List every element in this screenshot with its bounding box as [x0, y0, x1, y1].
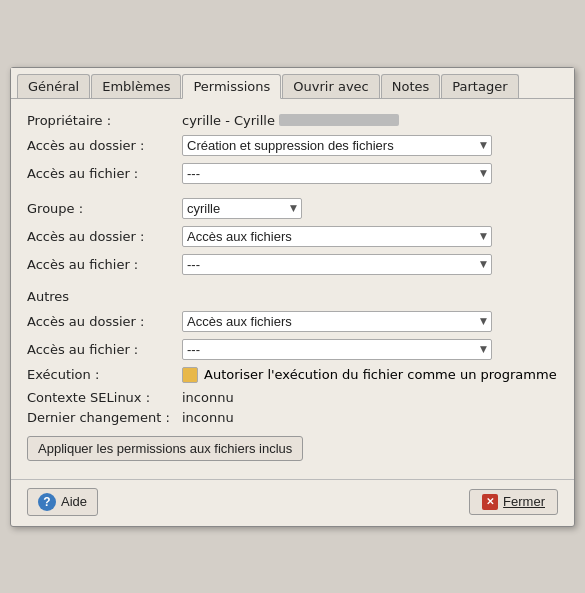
acces-fichier-label-1: Accès au fichier : — [27, 166, 182, 181]
tab-notes[interactable]: Notes — [381, 74, 441, 98]
changement-value: inconnu — [182, 410, 234, 425]
tab-bar: Général Emblèmes Permissions Ouvrir avec… — [11, 68, 574, 99]
acces-dossier-row-2: Accès au dossier : Accès aux fichiers --… — [27, 226, 558, 247]
close-button[interactable]: ✕ Fermer — [469, 489, 558, 515]
execution-checkbox-area: Autoriser l'exécution du fichier comme u… — [182, 367, 557, 383]
apply-permissions-button[interactable]: Appliquer les permissions aux fichiers i… — [27, 436, 303, 461]
selinux-row: Contexte SELinux : inconnu — [27, 390, 558, 405]
proprietaire-blurred — [279, 114, 399, 126]
groupe-row: Groupe : cyrille — [27, 198, 558, 219]
acces-dossier-row-1: Accès au dossier : Création et suppressi… — [27, 135, 558, 156]
acces-fichier-select-2[interactable]: --- Lecture/écriture Lecture seule — [182, 254, 492, 275]
execution-checkbox-label: Autoriser l'exécution du fichier comme u… — [204, 367, 557, 382]
acces-dossier-row-3: Accès au dossier : Accès aux fichiers --… — [27, 311, 558, 332]
acces-fichier-select-wrapper-1: --- Lecture/écriture Lecture seule — [182, 163, 492, 184]
tab-ouvrir[interactable]: Ouvrir avec — [282, 74, 379, 98]
groupe-label: Groupe : — [27, 201, 182, 216]
acces-dossier-select-2[interactable]: Accès aux fichiers --- — [182, 226, 492, 247]
acces-dossier-select-3[interactable]: Accès aux fichiers --- — [182, 311, 492, 332]
acces-fichier-label-2: Accès au fichier : — [27, 257, 182, 272]
autres-title: Autres — [27, 289, 558, 304]
help-button[interactable]: ? Aide — [27, 488, 98, 516]
acces-dossier-select-1[interactable]: Création et suppression des fichiers Acc… — [182, 135, 492, 156]
execution-row: Exécution : Autoriser l'exécution du fic… — [27, 367, 558, 383]
help-icon: ? — [38, 493, 56, 511]
tab-partager[interactable]: Partager — [441, 74, 518, 98]
close-icon: ✕ — [482, 494, 498, 510]
acces-fichier-row-3: Accès au fichier : --- Lecture/écriture … — [27, 339, 558, 360]
acces-dossier-select-wrapper-3: Accès aux fichiers --- — [182, 311, 492, 332]
bottom-bar: ? Aide ✕ Fermer — [11, 479, 574, 526]
proprietaire-label: Propriétaire : — [27, 113, 182, 128]
acces-fichier-select-3[interactable]: --- Lecture/écriture Lecture seule — [182, 339, 492, 360]
changement-label: Dernier changement : — [27, 410, 182, 425]
tab-emblemes[interactable]: Emblèmes — [91, 74, 181, 98]
execution-checkbox[interactable] — [182, 367, 198, 383]
acces-fichier-select-wrapper-2: --- Lecture/écriture Lecture seule — [182, 254, 492, 275]
acces-fichier-row-2: Accès au fichier : --- Lecture/écriture … — [27, 254, 558, 275]
help-button-label: Aide — [61, 494, 87, 509]
groupe-select[interactable]: cyrille — [182, 198, 302, 219]
permissions-content: Propriétaire : cyrille - Cyrille Accès a… — [11, 99, 574, 475]
acces-fichier-label-3: Accès au fichier : — [27, 342, 182, 357]
acces-dossier-label-3: Accès au dossier : — [27, 314, 182, 329]
acces-dossier-select-wrapper-1: Création et suppression des fichiers Acc… — [182, 135, 492, 156]
dialog: Général Emblèmes Permissions Ouvrir avec… — [10, 67, 575, 527]
acces-fichier-select-wrapper-3: --- Lecture/écriture Lecture seule — [182, 339, 492, 360]
groupe-select-wrapper: cyrille — [182, 198, 302, 219]
selinux-value: inconnu — [182, 390, 234, 405]
execution-label: Exécution : — [27, 367, 182, 382]
proprietaire-value: cyrille - Cyrille — [182, 113, 275, 128]
acces-dossier-label-1: Accès au dossier : — [27, 138, 182, 153]
acces-dossier-select-wrapper-2: Accès aux fichiers --- — [182, 226, 492, 247]
changement-row: Dernier changement : inconnu — [27, 410, 558, 425]
tab-general[interactable]: Général — [17, 74, 90, 98]
acces-dossier-label-2: Accès au dossier : — [27, 229, 182, 244]
selinux-label: Contexte SELinux : — [27, 390, 182, 405]
tab-permissions[interactable]: Permissions — [182, 74, 281, 99]
proprietaire-row: Propriétaire : cyrille - Cyrille — [27, 113, 558, 128]
acces-fichier-select-1[interactable]: --- Lecture/écriture Lecture seule — [182, 163, 492, 184]
close-button-label: Fermer — [503, 494, 545, 509]
acces-fichier-row-1: Accès au fichier : --- Lecture/écriture … — [27, 163, 558, 184]
